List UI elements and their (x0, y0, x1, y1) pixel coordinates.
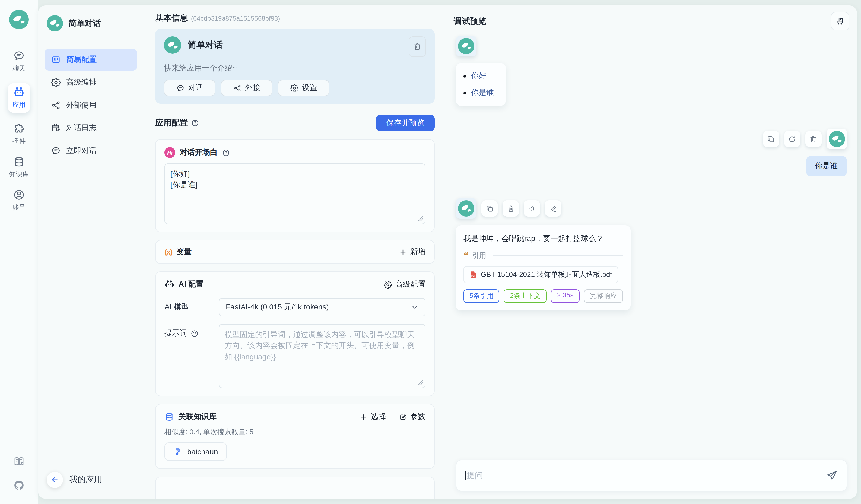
docs-book-icon[interactable] (13, 455, 25, 467)
variables-card: (x) 变量 新增 (155, 240, 435, 264)
dataset-params-button[interactable]: 参数 (399, 412, 425, 422)
welcome-link-item: 你好 (463, 71, 494, 81)
question-circle-icon[interactable] (222, 148, 230, 156)
welcome-textarea-wrap: [你好] [你是谁] (164, 163, 425, 224)
copy-icon (486, 204, 494, 213)
main-card: 简单对话 简易配置 高级编排 外部使用 对话日志 (38, 5, 857, 499)
ai-config-header: AI 配置 高级配置 (164, 280, 425, 289)
assistant-avatar (456, 198, 477, 219)
copy-message-button[interactable] (763, 131, 779, 147)
next-section-card-partial (155, 477, 435, 499)
rail-item-account[interactable]: 账号 (13, 189, 26, 212)
ai-model-row: AI 模型 FastAI-4k (0.015 元/1k tokens) (164, 298, 425, 316)
sidebar-item-simple-config[interactable]: 简易配置 (44, 49, 137, 71)
context-count-badge[interactable]: 2条上下文 (504, 289, 547, 303)
chat-bubble-icon (176, 84, 184, 92)
question-circle-icon[interactable] (191, 119, 199, 127)
tts-play-button[interactable] (524, 200, 540, 217)
advanced-config-label: 高级配置 (395, 280, 425, 289)
sidebar-item-chat-now[interactable]: 立即对话 (44, 140, 137, 162)
clear-chat-button[interactable] (831, 12, 849, 30)
full-response-badge[interactable]: 完整响应 (584, 289, 623, 303)
welcome-card-header: Hi 对话开场白 (164, 147, 425, 158)
my-apps-label[interactable]: 我的应用 (69, 474, 102, 485)
citations-count-badge[interactable]: 5条引用 (463, 289, 500, 303)
response-time-badge[interactable]: 2.35s (551, 289, 579, 303)
chat-input[interactable] (466, 471, 826, 480)
chat-preview: 你好 你是谁 (454, 30, 849, 491)
sidebar-footer: 我的应用 (44, 469, 137, 490)
question-circle-icon[interactable] (191, 329, 199, 337)
ai-model-select[interactable]: FastAI-4k (0.015 元/1k tokens) (219, 298, 425, 316)
database-icon (164, 412, 174, 422)
app-id: (64cdb319a875a1515568bf93) (191, 15, 280, 22)
dataset-header: 关联知识库 选择 参数 (164, 412, 425, 422)
copy-message-button[interactable] (481, 200, 498, 217)
delete-message-button[interactable] (503, 200, 519, 217)
delete-message-button[interactable] (805, 131, 821, 147)
advanced-config-button[interactable]: 高级配置 (384, 280, 425, 289)
retry-message-button[interactable] (784, 131, 800, 147)
add-variable-button[interactable]: 新增 (399, 247, 425, 257)
pencil-icon (549, 204, 557, 213)
quote-header: ❝ 引用 (463, 251, 623, 261)
chat-bubble-icon (51, 146, 61, 156)
ai-config-card: AI 配置 高级配置 AI 模型 FastAI-4k (0.015 元/1k t… (155, 271, 435, 396)
app-info-top: 简单对话 (164, 36, 426, 57)
ai-config-title: AI 配置 (179, 280, 204, 289)
brand-logo-icon (9, 10, 29, 29)
app-description: 快来给应用一个介绍~ (164, 64, 426, 73)
back-button[interactable] (47, 472, 63, 488)
rail-nav: 聊天 应用 插件 知识库 账号 (8, 50, 30, 212)
rail-item-apps[interactable]: 应用 (8, 83, 30, 113)
dataset-flag-icon (173, 447, 182, 456)
sidebar-item-label: 简易配置 (66, 55, 97, 65)
share-icon (233, 84, 241, 92)
dataset-select-button[interactable]: 选择 (359, 412, 386, 422)
delete-app-button[interactable] (409, 36, 426, 57)
debug-header: 调试预览 (454, 12, 849, 30)
rail-item-datasets[interactable]: 知识库 (9, 156, 29, 179)
dataset-params-label: 参数 (410, 412, 425, 422)
add-variable-label: 新增 (410, 247, 425, 257)
prompt-label: 提示词 (164, 328, 219, 338)
rail-item-label: 知识库 (9, 170, 29, 179)
welcome-card: Hi 对话开场白 [你好] [你是谁] (155, 139, 435, 232)
app-name: 简单对话 (188, 40, 222, 51)
share-icon (51, 100, 61, 110)
rail-item-plugins[interactable]: 插件 (13, 123, 26, 146)
ai-model-value: FastAI-4k (0.015 元/1k tokens) (226, 302, 329, 312)
sidebar-item-chat-logs[interactable]: 对话日志 (44, 117, 137, 139)
chat-action-button[interactable]: 对话 (164, 80, 216, 96)
user-message-bubble: 你是谁 (806, 156, 847, 176)
sidebar-item-advanced-orchestration[interactable]: 高级编排 (44, 72, 137, 93)
app-sidebar: 简单对话 简易配置 高级编排 外部使用 对话日志 (38, 5, 145, 499)
app-config-title: 应用配置 (155, 118, 199, 128)
sidebar-item-label: 高级编排 (66, 78, 97, 87)
sidebar-item-external-use[interactable]: 外部使用 (44, 94, 137, 116)
prompt-textarea[interactable] (219, 324, 425, 388)
save-preview-button[interactable]: 保存并预览 (376, 114, 435, 131)
welcome-title: 对话开场白 (180, 148, 218, 158)
external-action-button[interactable]: 外接 (221, 80, 272, 96)
quick-question-link[interactable]: 你好 (471, 71, 486, 81)
robot-icon (164, 280, 174, 289)
quick-question-link[interactable]: 你是谁 (471, 88, 494, 98)
edit-square-icon (399, 413, 407, 421)
quote-divider (493, 255, 623, 256)
settings-action-button[interactable]: 设置 (278, 80, 329, 96)
github-icon[interactable] (13, 479, 25, 491)
user-circle-icon (13, 189, 25, 201)
citation-file-chip[interactable]: GBT 15104-2021 装饰单板贴面人造板.pdf (463, 266, 618, 283)
chat-bubble-icon (13, 50, 25, 62)
dataset-tag-baichaun[interactable]: baichaun (164, 442, 227, 461)
hi-badge: Hi (164, 147, 175, 158)
rail-item-chat[interactable]: 聊天 (13, 50, 26, 73)
nav-rail: 聊天 应用 插件 知识库 账号 (0, 0, 38, 504)
welcome-link-item: 你是谁 (463, 88, 494, 98)
send-plane-icon[interactable] (826, 469, 838, 481)
plus-icon (359, 413, 367, 421)
welcome-textarea[interactable]: [你好] [你是谁] (164, 163, 425, 224)
edit-message-button[interactable] (545, 200, 561, 217)
prompt-row: 提示词 (164, 324, 425, 388)
